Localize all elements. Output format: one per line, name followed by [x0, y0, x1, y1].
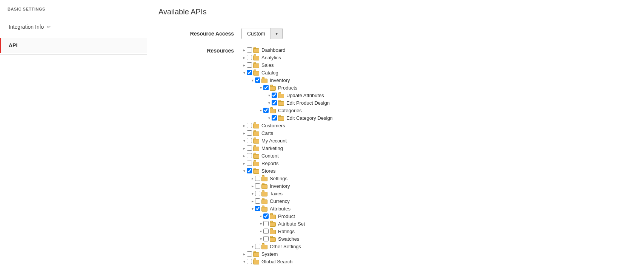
tree-toggle-marketing[interactable]: ▸	[241, 146, 247, 150]
tree-label-catalog[interactable]: Catalog	[261, 70, 278, 76]
tree-label-stores-attributes-swatches[interactable]: Swatches	[278, 236, 299, 242]
tree-checkbox[interactable]	[263, 221, 269, 226]
tree-toggle-customers[interactable]: ▸	[241, 124, 247, 128]
tree-label-stores-attributes-product[interactable]: Product	[278, 213, 295, 219]
tree-toggle-catalog-inventory[interactable]: ▾	[250, 78, 255, 82]
tree-checkbox[interactable]	[255, 191, 260, 196]
sidebar-item-label: API	[9, 42, 17, 48]
tree-toggle-stores-inventory[interactable]: ▸	[250, 184, 255, 188]
tree-label-stores-taxes[interactable]: Taxes	[270, 191, 283, 196]
tree-label-customers[interactable]: Customers	[261, 123, 285, 128]
tree-checkbox[interactable]	[272, 93, 277, 98]
tree-children-catalog-inventory-products: ▾Update Attributes▾Edit Product Design	[258, 91, 333, 107]
tree-toggle-stores[interactable]: ▾	[241, 169, 247, 173]
tree-label-catalog-inventory-categories[interactable]: Categories	[278, 108, 302, 113]
tree-label-dashboard[interactable]: Dashboard	[261, 47, 286, 53]
tree-node-catalog-inventory-products: ▾Products▾Update Attributes▾Edit Product…	[258, 84, 333, 107]
tree-label-edit-category-design[interactable]: Edit Category Design	[286, 115, 333, 121]
tree-checkbox[interactable]	[247, 123, 252, 128]
tree-label-reports[interactable]: Reports	[261, 161, 279, 166]
tree-toggle-reports[interactable]: ▸	[241, 161, 247, 165]
resource-access-dropdown[interactable]: Custom ▼	[241, 28, 283, 39]
tree-checkbox[interactable]	[255, 183, 260, 189]
tree-label-stores[interactable]: Stores	[261, 168, 276, 174]
tree-node-stores-taxes: ▾Taxes	[250, 190, 333, 197]
sidebar-item-api[interactable]: API	[0, 38, 147, 53]
tree-label-stores-currency[interactable]: Currency	[270, 198, 290, 204]
tree-toggle-stores-attributes[interactable]: ▾	[250, 207, 255, 211]
tree-label-stores-inventory[interactable]: Inventory	[270, 183, 290, 189]
tree-toggle-stores-other-settings[interactable]: ▾	[250, 244, 255, 249]
tree-label-catalog-inventory[interactable]: Inventory	[270, 77, 290, 83]
tree-checkbox[interactable]	[247, 168, 252, 173]
tree-checkbox[interactable]	[255, 176, 260, 181]
tree-label-catalog-inventory-products[interactable]: Products	[278, 85, 297, 91]
tree-toggle-catalog-inventory-categories[interactable]: ▾	[258, 108, 263, 113]
tree-label-system[interactable]: System	[261, 251, 278, 257]
edit-icon[interactable]: ✏	[47, 24, 51, 29]
tree-toggle-update-attributes[interactable]: ▾	[266, 93, 272, 97]
tree-toggle-stores-attributes-product[interactable]: ▾	[258, 214, 263, 218]
tree-checkbox[interactable]	[255, 198, 260, 204]
tree-label-stores-other-settings[interactable]: Other Settings	[270, 244, 301, 249]
tree-toggle-stores-settings[interactable]: ▸	[250, 176, 255, 181]
tree-label-stores-settings[interactable]: Settings	[270, 176, 287, 181]
page-title: Available APIs	[158, 8, 633, 21]
sidebar-divider	[0, 16, 147, 16]
tree-checkbox[interactable]	[263, 236, 269, 241]
tree-checkbox[interactable]	[255, 206, 260, 211]
tree-label-sales[interactable]: Sales	[261, 62, 274, 68]
tree-label-update-attributes[interactable]: Update Attributes	[286, 93, 324, 98]
tree-label-content[interactable]: Content	[261, 153, 279, 159]
tree-toggle-sales[interactable]: ▸	[241, 63, 247, 67]
resources-tree: ▸Dashboard▸Analytics▸Sales▾Catalog▾Inven…	[241, 46, 333, 265]
tree-label-stores-attributes-attribute-set[interactable]: Attribute Set	[278, 221, 305, 227]
tree-checkbox[interactable]	[263, 213, 269, 219]
tree-label-stores-attributes-ratings[interactable]: Ratings	[278, 229, 295, 234]
tree-toggle-analytics[interactable]: ▸	[241, 56, 247, 60]
tree-checkbox[interactable]	[255, 244, 260, 249]
tree-checkbox[interactable]	[247, 130, 252, 136]
tree-checkbox[interactable]	[263, 229, 269, 234]
tree-checkbox[interactable]	[255, 77, 260, 83]
tree-checkbox[interactable]	[247, 153, 252, 158]
tree-toggle-stores-currency[interactable]: ▸	[250, 199, 255, 203]
tree-checkbox[interactable]	[263, 108, 269, 113]
tree-toggle-dashboard[interactable]: ▸	[241, 48, 247, 52]
tree-checkbox[interactable]	[247, 47, 252, 53]
tree-checkbox[interactable]	[263, 85, 269, 90]
tree-toggle-stores-taxes[interactable]: ▾	[250, 192, 255, 196]
sidebar-item-integration-info[interactable]: Integration Info ✏	[0, 19, 147, 34]
tree-label-marketing[interactable]: Marketing	[261, 145, 283, 151]
sidebar-divider2	[0, 36, 147, 36]
tree-checkbox[interactable]	[247, 161, 252, 166]
tree-toggle-stores-attributes-ratings[interactable]: ▾	[258, 229, 263, 233]
tree-toggle-global-search[interactable]: ▾	[241, 260, 247, 264]
tree-toggle-edit-category-design[interactable]: ▾	[266, 116, 272, 120]
tree-label-global-search[interactable]: Global Search	[261, 259, 292, 264]
tree-label-analytics[interactable]: Analytics	[261, 55, 281, 60]
tree-checkbox[interactable]	[272, 115, 277, 121]
tree-checkbox[interactable]	[247, 145, 252, 151]
dropdown-arrow-icon[interactable]: ▼	[271, 28, 282, 39]
tree-label-stores-attributes[interactable]: Attributes	[270, 206, 290, 212]
tree-toggle-my-account[interactable]: ▾	[241, 139, 247, 143]
tree-toggle-catalog[interactable]: ▾	[241, 71, 247, 75]
tree-checkbox[interactable]	[247, 138, 252, 143]
tree-toggle-stores-attributes-swatches[interactable]: ▾	[258, 237, 263, 241]
tree-toggle-stores-attributes-attribute-set[interactable]: ▾	[258, 222, 263, 226]
tree-checkbox[interactable]	[247, 70, 252, 75]
tree-toggle-system[interactable]: ▸	[241, 252, 247, 256]
tree-checkbox[interactable]	[247, 55, 252, 60]
tree-label-my-account[interactable]: My Account	[261, 138, 287, 144]
tree-checkbox[interactable]	[247, 259, 252, 264]
tree-checkbox[interactable]	[247, 251, 252, 257]
tree-label-edit-product-design[interactable]: Edit Product Design	[286, 100, 330, 106]
tree-toggle-carts[interactable]: ▸	[241, 131, 247, 135]
tree-toggle-edit-product-design[interactable]: ▾	[266, 101, 272, 105]
tree-checkbox[interactable]	[272, 100, 277, 105]
tree-label-carts[interactable]: Carts	[261, 130, 273, 136]
tree-toggle-content[interactable]: ▸	[241, 154, 247, 158]
tree-toggle-catalog-inventory-products[interactable]: ▾	[258, 86, 263, 90]
tree-checkbox[interactable]	[247, 62, 252, 68]
